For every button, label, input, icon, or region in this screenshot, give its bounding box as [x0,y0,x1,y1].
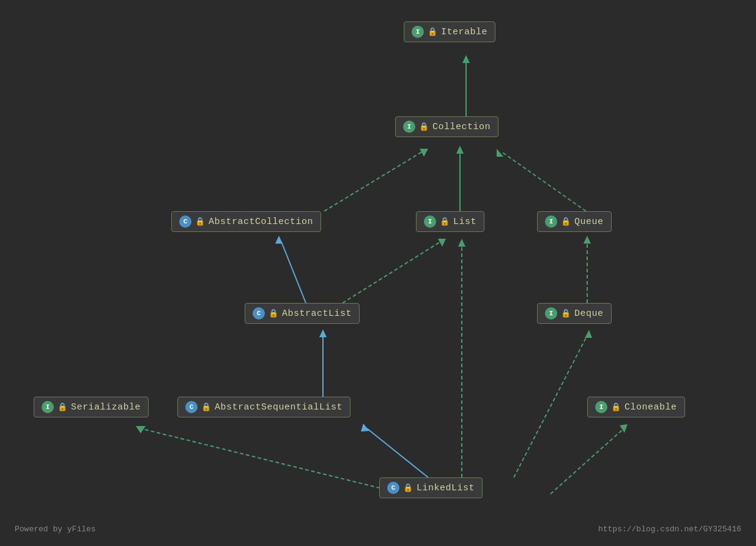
svg-marker-17 [361,424,369,432]
svg-marker-5 [456,146,464,154]
label-abstractsequentiallist: AbstractSequentialList [215,402,343,413]
node-abstractlist[interactable]: C 🔒 AbstractList [245,303,360,324]
node-list[interactable]: I 🔒 List [416,211,484,232]
svg-marker-1 [462,55,470,63]
svg-marker-7 [497,149,503,157]
node-queue[interactable]: I 🔒 Queue [537,211,612,232]
label-iterable: Iterable [441,27,487,37]
label-collection: Collection [432,122,491,132]
node-linkedlist[interactable]: C 🔒 LinkedList [379,477,483,498]
lock-serializable: 🔒 [57,402,67,412]
label-abstractlist: AbstractList [282,309,352,319]
badge-abstractlist: C [253,307,265,320]
svg-line-2 [324,152,422,211]
svg-line-8 [281,242,306,303]
lock-abstractcollection: 🔒 [195,217,205,226]
badge-list: I [424,215,436,228]
badge-queue: I [545,215,557,228]
badge-abstractcollection: C [179,215,191,228]
label-serializable: Serializable [71,402,141,413]
badge-deque: I [545,307,557,320]
label-queue: Queue [574,217,604,227]
svg-marker-13 [584,236,591,244]
svg-line-16 [367,428,428,477]
badge-iterable: I [412,26,424,38]
diagram-container: I 🔒 Iterable I 🔒 Collection C 🔒 Abstract… [0,0,756,546]
label-linkedlist: LinkedList [417,483,475,493]
svg-line-6 [502,152,586,211]
lock-cloneable: 🔒 [611,402,621,412]
footer-right: https://blog.csdn.net/GY325416 [598,525,741,534]
node-abstractsequentiallist[interactable]: C 🔒 AbstractSequentialList [177,397,350,417]
lock-collection: 🔒 [419,122,429,132]
label-abstractcollection: AbstractCollection [209,217,313,227]
label-cloneable: Cloneable [624,402,677,413]
svg-line-22 [550,428,624,494]
badge-cloneable: I [595,401,607,413]
lock-abstractsequentiallist: 🔒 [201,402,211,412]
svg-line-24 [141,428,404,494]
svg-marker-25 [136,426,146,433]
svg-marker-21 [585,330,592,338]
lock-queue: 🔒 [561,217,571,226]
svg-line-20 [514,335,587,477]
label-list: List [453,217,476,227]
svg-marker-11 [438,239,446,247]
lock-linkedlist: 🔒 [403,483,413,493]
diagram-svg [0,0,756,546]
node-cloneable[interactable]: I 🔒 Cloneable [587,397,685,417]
svg-marker-19 [458,239,465,247]
label-deque: Deque [574,309,604,319]
node-serializable[interactable]: I 🔒 Serializable [34,397,149,417]
lock-list: 🔒 [440,217,450,226]
badge-linkedlist: C [387,482,399,494]
node-deque[interactable]: I 🔒 Deque [537,303,612,324]
node-abstractcollection[interactable]: C 🔒 AbstractCollection [171,211,321,232]
lock-abstractlist: 🔒 [269,309,278,318]
footer-left: Powered by yFiles [15,525,96,534]
node-iterable[interactable]: I 🔒 Iterable [404,21,495,42]
svg-line-10 [343,242,440,303]
svg-marker-15 [319,329,327,337]
node-collection[interactable]: I 🔒 Collection [395,116,498,137]
lock-iterable: 🔒 [428,27,437,37]
badge-collection: I [403,121,415,133]
lock-deque: 🔒 [561,309,571,318]
badge-serializable: I [42,401,54,413]
svg-marker-9 [275,236,283,244]
badge-abstractsequentiallist: C [185,401,198,413]
